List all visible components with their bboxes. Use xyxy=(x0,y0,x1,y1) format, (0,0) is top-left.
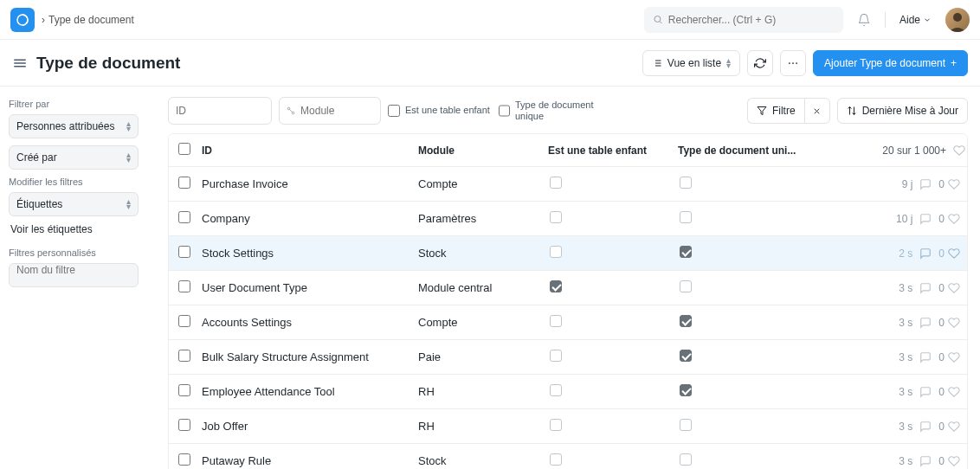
row-checkbox[interactable] xyxy=(178,177,190,189)
chevron-right-icon: › xyxy=(42,14,45,26)
cell-module: Module central xyxy=(416,281,546,294)
tags-select[interactable]: Étiquettes ▴▾ xyxy=(9,192,139,216)
comment-icon[interactable] xyxy=(919,178,932,190)
filter-name-field[interactable] xyxy=(16,264,131,276)
filter-name-input[interactable] xyxy=(9,263,139,287)
created-by-select[interactable]: Créé par ▴▾ xyxy=(9,145,139,170)
col-child[interactable]: Est une table enfant xyxy=(546,145,676,157)
assigned-label: Personnes attribuées xyxy=(16,120,114,132)
row-checkbox[interactable] xyxy=(178,384,190,396)
row-checkbox[interactable] xyxy=(178,315,190,327)
col-module[interactable]: Module xyxy=(416,145,546,157)
filter-module-field[interactable] xyxy=(300,105,373,117)
svg-line-18 xyxy=(289,109,292,112)
cell-module: RH xyxy=(416,385,546,398)
row-checkbox[interactable] xyxy=(178,419,190,431)
cell-child xyxy=(546,453,676,468)
filter-id-input[interactable] xyxy=(168,97,272,125)
cell-age: 3 s xyxy=(899,317,912,329)
heart-icon[interactable] xyxy=(948,213,960,225)
add-button-label: Ajouter Type de document xyxy=(824,57,945,69)
heart-icon[interactable] xyxy=(948,421,960,433)
bell-icon[interactable] xyxy=(857,13,871,27)
table-row[interactable]: User Document Type Module central 3 s 0 xyxy=(169,271,967,305)
heart-icon[interactable] xyxy=(948,247,960,260)
heart-icon[interactable] xyxy=(948,455,960,467)
cell-id: Putaway Rule xyxy=(200,454,416,467)
refresh-button[interactable] xyxy=(747,50,773,76)
created-by-label: Créé par xyxy=(16,151,57,164)
row-checkbox[interactable] xyxy=(178,350,190,362)
cell-age: 3 s xyxy=(899,386,912,398)
menu-icon[interactable] xyxy=(12,55,28,71)
comment-icon[interactable] xyxy=(919,213,932,225)
cell-child xyxy=(546,246,676,260)
filter-by-label: Filtrer par xyxy=(9,99,152,109)
filter-id-field[interactable] xyxy=(176,105,264,117)
breadcrumb[interactable]: › Type de document xyxy=(42,14,134,26)
help-menu[interactable]: Aide xyxy=(899,14,932,26)
cell-unique xyxy=(676,246,823,260)
sort-button[interactable]: Dernière Mise à Jour xyxy=(837,98,968,124)
row-checkbox[interactable] xyxy=(178,280,190,292)
cell-module: Paie xyxy=(416,350,546,363)
table-row[interactable]: Purchase Invoice Compte 9 j 0 xyxy=(169,167,967,202)
table-row[interactable]: Accounts Settings Compte 3 s 0 xyxy=(169,305,967,340)
add-button[interactable]: Ajouter Type de document + xyxy=(813,50,968,76)
view-tags-link[interactable]: Voir les étiquettes xyxy=(10,223,152,235)
comment-count: 0 xyxy=(938,282,945,294)
table-row[interactable]: Bulk Salary Structure Assignment Paie 3 … xyxy=(169,340,967,375)
cell-child xyxy=(546,211,676,226)
clear-filter-button[interactable] xyxy=(804,98,830,124)
heart-icon[interactable] xyxy=(948,317,960,329)
comment-icon[interactable] xyxy=(919,351,932,363)
search-field[interactable] xyxy=(668,14,835,26)
row-checkbox[interactable] xyxy=(178,211,190,223)
comment-icon[interactable] xyxy=(919,317,932,329)
view-toggle[interactable]: Vue en liste ▴▾ xyxy=(642,50,740,76)
breadcrumb-item: Type de document xyxy=(48,14,134,26)
comment-icon[interactable] xyxy=(919,247,932,260)
filter-child-check[interactable]: Est une table enfant xyxy=(388,105,492,117)
avatar[interactable] xyxy=(945,8,970,32)
svg-point-14 xyxy=(792,62,794,64)
filter-module-input[interactable] xyxy=(279,97,381,125)
col-unique[interactable]: Type de document uni... xyxy=(676,145,823,157)
table-row[interactable]: Job Offer RH 3 s 0 xyxy=(169,409,967,444)
assigned-select[interactable]: Personnes attribuées ▴▾ xyxy=(9,114,139,138)
filter-button[interactable]: Filtre xyxy=(747,98,804,124)
table-row[interactable]: Employee Attendance Tool RH 3 s 0 xyxy=(169,375,967,409)
heart-icon[interactable] xyxy=(948,386,960,398)
row-checkbox[interactable] xyxy=(178,246,190,258)
filter-unique-checkbox[interactable] xyxy=(499,105,510,117)
comment-icon[interactable] xyxy=(919,282,932,294)
app-logo[interactable] xyxy=(10,8,35,32)
search-input[interactable] xyxy=(644,7,843,33)
cell-module: Compte xyxy=(416,316,546,329)
cell-unique xyxy=(676,419,823,434)
cell-child xyxy=(546,177,676,191)
search-icon xyxy=(653,14,663,25)
row-checkbox[interactable] xyxy=(178,453,190,466)
filter-unique-check[interactable]: Type de document unique xyxy=(499,100,603,122)
filter-child-checkbox[interactable] xyxy=(388,105,400,117)
heart-icon[interactable] xyxy=(948,178,960,190)
heart-icon xyxy=(953,145,965,157)
cell-id: User Document Type xyxy=(200,281,416,294)
comment-count: 0 xyxy=(938,351,945,363)
more-button[interactable] xyxy=(780,50,806,76)
close-icon xyxy=(812,106,822,116)
comment-icon[interactable] xyxy=(919,455,932,467)
table-row[interactable]: Putaway Rule Stock 3 s 0 xyxy=(169,444,967,469)
cell-age: 3 s xyxy=(899,351,912,363)
col-id[interactable]: ID xyxy=(200,145,416,157)
comment-icon[interactable] xyxy=(919,421,932,433)
heart-icon[interactable] xyxy=(948,282,960,294)
filter-child-label: Est une table enfant xyxy=(405,105,490,116)
table-row[interactable]: Stock Settings Stock 2 s 0 xyxy=(169,236,967,271)
select-all-checkbox[interactable] xyxy=(178,143,190,155)
comment-icon[interactable] xyxy=(919,386,932,398)
comment-count: 0 xyxy=(938,421,945,433)
heart-icon[interactable] xyxy=(948,351,960,363)
table-row[interactable]: Company Paramètres 10 j 0 xyxy=(169,202,967,236)
